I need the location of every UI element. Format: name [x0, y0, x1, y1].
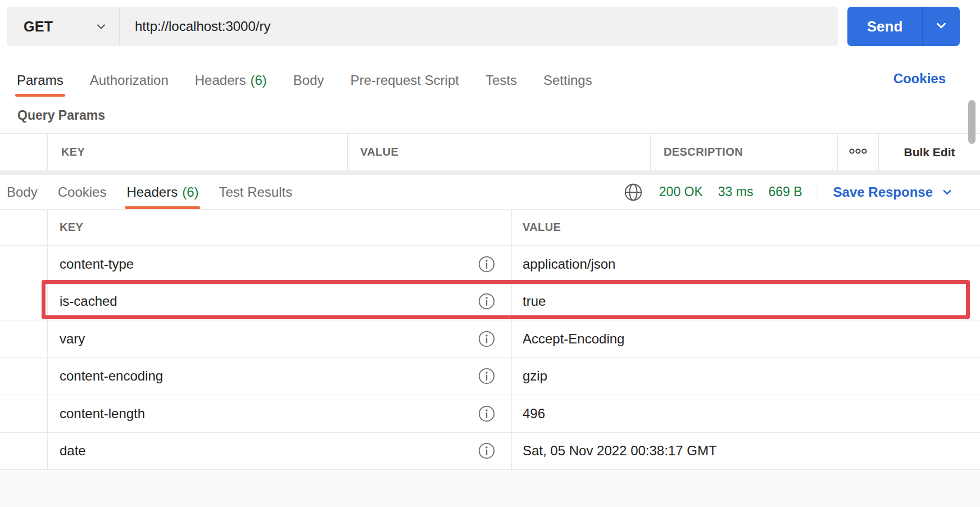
request-tabs: Params Authorization Headers(6) Body Pre…	[17, 64, 592, 97]
send-button-label: Send	[867, 18, 903, 35]
tab-headers[interactable]: Headers(6)	[195, 64, 267, 97]
column-header-value: VALUE	[511, 210, 980, 245]
tab-response-headers[interactable]: Headers(6)	[126, 175, 198, 209]
api-client-window: GET Send Params Authorization Headers(6)…	[0, 0, 980, 507]
chevron-down-icon	[934, 18, 949, 35]
three-circles-icon	[848, 147, 868, 157]
tab-settings[interactable]: Settings	[543, 64, 592, 97]
column-header-value: VALUE	[347, 134, 650, 170]
tab-label: Tests	[486, 73, 517, 88]
status-code: 200 OK	[659, 184, 703, 200]
info-icon	[478, 368, 495, 384]
header-key: content-encoding	[60, 368, 163, 384]
table-row: vary Accept-Encoding	[0, 320, 980, 358]
tab-authorization[interactable]: Authorization	[90, 64, 169, 97]
header-value: Sat, 05 Nov 2022 00:38:17 GMT	[523, 443, 717, 459]
header-key: content-type	[60, 256, 134, 272]
tab-count-badge: (6)	[251, 73, 267, 88]
tab-label: Authorization	[90, 73, 169, 88]
response-table-header: KEY VALUE	[0, 210, 980, 246]
tab-count-badge: (6)	[182, 184, 198, 200]
url-field-wrap	[120, 7, 838, 46]
tab-params[interactable]: Params	[17, 64, 63, 97]
response-status-bar: 200 OK 33 ms 669 B Save Response	[623, 182, 980, 203]
method-label: GET	[24, 19, 53, 35]
send-button-group: Send	[847, 7, 960, 46]
bulk-edit-button[interactable]: Bulk Edit	[878, 134, 980, 170]
response-toolbar: Body Cookies Headers(6) Test Results 200…	[0, 175, 980, 210]
vertical-scrollbar-thumb[interactable]	[968, 100, 976, 144]
save-response-label: Save Response	[833, 184, 933, 200]
tab-label: Cookies	[58, 184, 107, 200]
more-options-button[interactable]	[837, 134, 878, 170]
url-input[interactable]	[120, 7, 838, 46]
tab-label: Body	[293, 73, 324, 88]
query-params-title: Query Params	[17, 108, 105, 123]
tab-test-results[interactable]: Test Results	[219, 175, 292, 209]
table-row: content-type application/json	[0, 246, 980, 283]
send-button[interactable]: Send	[847, 7, 923, 46]
method-select[interactable]: GET	[7, 7, 120, 46]
tab-label: Body	[7, 184, 38, 200]
info-icon	[478, 442, 495, 459]
column-header-key: KEY	[47, 134, 347, 170]
header-value: Accept-Encoding	[523, 331, 624, 347]
table-row: date Sat, 05 Nov 2022 00:38:17 GMT	[0, 433, 980, 470]
tab-label: Test Results	[219, 184, 292, 200]
pane-divider[interactable]	[0, 170, 980, 175]
header-value: application/json	[523, 256, 615, 272]
header-value: true	[523, 293, 546, 309]
header-value: gzip	[523, 368, 547, 384]
response-tabs: Body Cookies Headers(6) Test Results	[0, 175, 292, 209]
header-key: vary	[60, 331, 85, 347]
tab-tests[interactable]: Tests	[486, 64, 517, 97]
query-params-table-header: KEY VALUE DESCRIPTION Bulk Edit	[0, 133, 980, 170]
chevron-down-icon	[94, 20, 108, 33]
info-icon	[478, 331, 495, 347]
header-value: 496	[523, 406, 545, 422]
content-background	[0, 470, 980, 507]
send-options-button[interactable]	[923, 7, 960, 46]
globe-icon[interactable]	[623, 182, 644, 203]
table-row-highlighted: is-cached true	[0, 283, 980, 321]
column-header-description: DESCRIPTION	[650, 134, 837, 170]
row-handle-column	[0, 210, 47, 245]
header-key: is-cached	[60, 293, 117, 309]
chevron-down-icon	[941, 185, 954, 198]
column-header-key: KEY	[47, 210, 511, 245]
info-icon	[478, 293, 495, 310]
tab-pre-request-script[interactable]: Pre-request Script	[351, 64, 459, 97]
response-time: 33 ms	[718, 184, 754, 200]
response-headers-table: KEY VALUE content-type application/json …	[0, 210, 980, 470]
divider	[818, 183, 818, 202]
cookies-link[interactable]: Cookies	[893, 71, 946, 87]
table-row: content-encoding gzip	[0, 358, 980, 396]
tab-label: Pre-request Script	[351, 73, 459, 88]
tab-response-body[interactable]: Body	[7, 175, 38, 209]
tab-response-cookies[interactable]: Cookies	[58, 175, 107, 209]
tab-label: Headers	[195, 73, 246, 88]
tab-label: Params	[17, 73, 63, 88]
response-size: 669 B	[768, 184, 802, 200]
save-response-button[interactable]: Save Response	[833, 184, 954, 200]
header-key: content-length	[60, 406, 145, 422]
info-icon	[478, 405, 495, 422]
table-row: content-length 496	[0, 395, 980, 433]
header-key: date	[60, 443, 86, 459]
tab-body[interactable]: Body	[293, 64, 324, 97]
row-handle-column	[0, 134, 47, 170]
tab-label: Settings	[543, 73, 592, 88]
info-icon	[478, 256, 495, 273]
tab-label: Headers	[126, 184, 178, 200]
